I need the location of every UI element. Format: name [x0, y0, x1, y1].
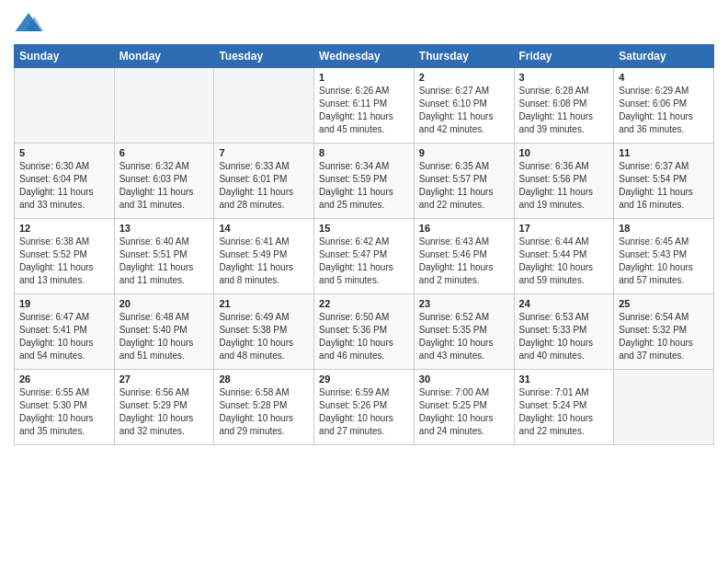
col-header-saturday: Saturday: [614, 45, 714, 68]
day-info: Sunrise: 6:41 AM Sunset: 5:49 PM Dayligh…: [219, 236, 309, 287]
day-cell: [15, 68, 115, 144]
day-info: Sunrise: 6:43 AM Sunset: 5:46 PM Dayligh…: [419, 236, 509, 287]
day-cell: 6Sunrise: 6:32 AM Sunset: 6:03 PM Daylig…: [114, 144, 214, 219]
day-info: Sunrise: 7:00 AM Sunset: 5:25 PM Dayligh…: [419, 386, 509, 438]
day-cell: 12Sunrise: 6:38 AM Sunset: 5:52 PM Dayli…: [15, 219, 115, 294]
week-row-2: 5Sunrise: 6:30 AM Sunset: 6:04 PM Daylig…: [15, 144, 714, 219]
day-info: Sunrise: 6:58 AM Sunset: 5:28 PM Dayligh…: [219, 386, 309, 438]
day-info: Sunrise: 6:30 AM Sunset: 6:04 PM Dayligh…: [19, 160, 109, 212]
day-cell: 1Sunrise: 6:26 AM Sunset: 6:11 PM Daylig…: [314, 68, 415, 144]
header: [14, 9, 714, 39]
day-number: 27: [119, 373, 210, 385]
day-cell: 20Sunrise: 6:48 AM Sunset: 5:40 PM Dayli…: [114, 294, 214, 370]
day-cell: [214, 68, 314, 144]
day-number: 19: [19, 298, 109, 309]
col-header-sunday: Sunday: [15, 45, 115, 68]
day-info: Sunrise: 6:35 AM Sunset: 5:57 PM Dayligh…: [419, 160, 509, 212]
day-cell: 22Sunrise: 6:50 AM Sunset: 5:36 PM Dayli…: [314, 294, 415, 370]
day-number: 21: [219, 298, 309, 309]
day-info: Sunrise: 6:27 AM Sunset: 6:10 PM Dayligh…: [419, 85, 509, 136]
day-number: 10: [519, 147, 609, 158]
day-cell: 7Sunrise: 6:33 AM Sunset: 6:01 PM Daylig…: [214, 144, 314, 219]
logo-icon: [14, 9, 43, 39]
day-cell: [614, 370, 714, 445]
day-number: 29: [319, 373, 409, 385]
week-row-4: 19Sunrise: 6:47 AM Sunset: 5:41 PM Dayli…: [15, 294, 714, 370]
day-number: 31: [519, 373, 609, 385]
day-number: 18: [619, 223, 709, 234]
day-cell: 21Sunrise: 6:49 AM Sunset: 5:38 PM Dayli…: [214, 294, 314, 370]
day-number: 22: [319, 298, 409, 309]
week-row-1: 1Sunrise: 6:26 AM Sunset: 6:11 PM Daylig…: [15, 68, 714, 144]
day-info: Sunrise: 6:34 AM Sunset: 5:59 PM Dayligh…: [319, 160, 409, 212]
day-cell: 13Sunrise: 6:40 AM Sunset: 5:51 PM Dayli…: [114, 219, 214, 294]
day-cell: 4Sunrise: 6:29 AM Sunset: 6:06 PM Daylig…: [614, 68, 714, 144]
day-info: Sunrise: 6:44 AM Sunset: 5:44 PM Dayligh…: [519, 236, 609, 287]
day-info: Sunrise: 6:38 AM Sunset: 5:52 PM Dayligh…: [19, 236, 109, 287]
day-cell: 19Sunrise: 6:47 AM Sunset: 5:41 PM Dayli…: [15, 294, 115, 370]
day-number: 5: [19, 147, 109, 158]
day-info: Sunrise: 6:54 AM Sunset: 5:32 PM Dayligh…: [619, 311, 709, 362]
day-info: Sunrise: 6:42 AM Sunset: 5:47 PM Dayligh…: [319, 236, 409, 287]
day-number: 20: [119, 298, 210, 309]
day-cell: 10Sunrise: 6:36 AM Sunset: 5:56 PM Dayli…: [514, 144, 614, 219]
day-cell: 5Sunrise: 6:30 AM Sunset: 6:04 PM Daylig…: [15, 144, 115, 219]
day-info: Sunrise: 6:40 AM Sunset: 5:51 PM Dayligh…: [119, 236, 210, 287]
day-number: 8: [319, 147, 409, 158]
day-cell: 3Sunrise: 6:28 AM Sunset: 6:08 PM Daylig…: [514, 68, 614, 144]
day-info: Sunrise: 6:26 AM Sunset: 6:11 PM Dayligh…: [319, 85, 409, 136]
day-number: 6: [119, 147, 210, 158]
calendar-table: SundayMondayTuesdayWednesdayThursdayFrid…: [14, 44, 714, 445]
day-cell: 30Sunrise: 7:00 AM Sunset: 5:25 PM Dayli…: [414, 370, 514, 445]
day-info: Sunrise: 6:55 AM Sunset: 5:30 PM Dayligh…: [19, 386, 109, 438]
day-info: Sunrise: 6:29 AM Sunset: 6:06 PM Dayligh…: [619, 85, 709, 136]
day-number: 9: [419, 147, 509, 158]
col-header-friday: Friday: [514, 45, 614, 68]
col-header-thursday: Thursday: [414, 45, 514, 68]
day-info: Sunrise: 6:53 AM Sunset: 5:33 PM Dayligh…: [519, 311, 609, 362]
day-cell: 18Sunrise: 6:45 AM Sunset: 5:43 PM Dayli…: [614, 219, 714, 294]
day-cell: 17Sunrise: 6:44 AM Sunset: 5:44 PM Dayli…: [514, 219, 614, 294]
day-cell: 9Sunrise: 6:35 AM Sunset: 5:57 PM Daylig…: [414, 144, 514, 219]
day-cell: 31Sunrise: 7:01 AM Sunset: 5:24 PM Dayli…: [514, 370, 614, 445]
day-number: 30: [419, 373, 509, 385]
day-number: 7: [219, 147, 309, 158]
day-number: 15: [319, 223, 409, 234]
day-cell: 26Sunrise: 6:55 AM Sunset: 5:30 PM Dayli…: [15, 370, 115, 445]
day-number: 1: [319, 72, 409, 83]
day-number: 4: [619, 72, 709, 83]
day-number: 26: [19, 373, 109, 385]
day-number: 24: [519, 298, 609, 309]
page: SundayMondayTuesdayWednesdayThursdayFrid…: [0, 0, 728, 563]
day-cell: 11Sunrise: 6:37 AM Sunset: 5:54 PM Dayli…: [614, 144, 714, 219]
day-cell: 27Sunrise: 6:56 AM Sunset: 5:29 PM Dayli…: [114, 370, 214, 445]
day-cell: 25Sunrise: 6:54 AM Sunset: 5:32 PM Dayli…: [614, 294, 714, 370]
day-info: Sunrise: 6:45 AM Sunset: 5:43 PM Dayligh…: [619, 236, 709, 287]
day-info: Sunrise: 6:33 AM Sunset: 6:01 PM Dayligh…: [219, 160, 309, 212]
day-info: Sunrise: 6:48 AM Sunset: 5:40 PM Dayligh…: [119, 311, 210, 362]
day-cell: 29Sunrise: 6:59 AM Sunset: 5:26 PM Dayli…: [314, 370, 415, 445]
day-cell: 24Sunrise: 6:53 AM Sunset: 5:33 PM Dayli…: [514, 294, 614, 370]
day-number: 14: [219, 223, 309, 234]
day-number: 3: [519, 72, 609, 83]
logo: [14, 9, 47, 39]
day-cell: 2Sunrise: 6:27 AM Sunset: 6:10 PM Daylig…: [414, 68, 514, 144]
day-number: 25: [619, 298, 709, 309]
day-number: 2: [419, 72, 509, 83]
day-cell: 15Sunrise: 6:42 AM Sunset: 5:47 PM Dayli…: [314, 219, 415, 294]
day-info: Sunrise: 6:36 AM Sunset: 5:56 PM Dayligh…: [519, 160, 609, 212]
day-info: Sunrise: 6:59 AM Sunset: 5:26 PM Dayligh…: [319, 386, 409, 438]
day-info: Sunrise: 6:52 AM Sunset: 5:35 PM Dayligh…: [419, 311, 509, 362]
day-cell: [114, 68, 214, 144]
week-row-5: 26Sunrise: 6:55 AM Sunset: 5:30 PM Dayli…: [15, 370, 714, 445]
day-number: 13: [119, 223, 210, 234]
day-number: 12: [19, 223, 109, 234]
day-info: Sunrise: 6:56 AM Sunset: 5:29 PM Dayligh…: [119, 386, 210, 438]
day-info: Sunrise: 6:49 AM Sunset: 5:38 PM Dayligh…: [219, 311, 309, 362]
day-cell: 23Sunrise: 6:52 AM Sunset: 5:35 PM Dayli…: [414, 294, 514, 370]
day-info: Sunrise: 7:01 AM Sunset: 5:24 PM Dayligh…: [519, 386, 609, 438]
header-row: SundayMondayTuesdayWednesdayThursdayFrid…: [15, 45, 714, 68]
day-number: 23: [419, 298, 509, 309]
day-number: 16: [419, 223, 509, 234]
day-info: Sunrise: 6:32 AM Sunset: 6:03 PM Dayligh…: [119, 160, 210, 212]
